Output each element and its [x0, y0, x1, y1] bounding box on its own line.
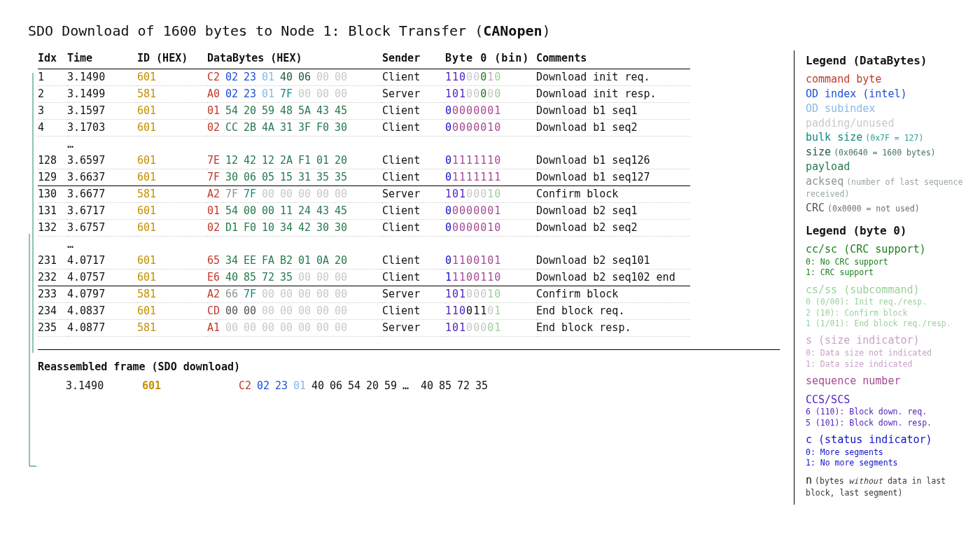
hdr-id: ID (HEX) — [137, 50, 207, 69]
legend-term: size — [806, 146, 831, 158]
bit: 1 — [487, 288, 494, 300]
byte: 54 — [225, 204, 244, 218]
byte: 02 — [207, 220, 225, 235]
cell-time: 3.6597 — [67, 153, 137, 169]
legend-entry: ackseq(number of last sequence received) — [806, 175, 966, 200]
legend-panel: Legend (DataBytes) command byteOD index … — [794, 50, 966, 505]
byte: 45 — [335, 104, 353, 118]
bit: 0 — [473, 204, 480, 217]
byte: 12 — [225, 153, 244, 168]
bit: 1 — [487, 171, 494, 183]
bit: 0 — [466, 121, 473, 134]
bit: 0 — [452, 121, 459, 134]
bit: 0 — [494, 221, 501, 234]
bit: 0 — [480, 204, 487, 217]
bit: 1 — [452, 271, 459, 284]
cell-sender: Server — [382, 320, 445, 337]
byte: D1 — [225, 220, 244, 235]
byte: 12 — [262, 153, 280, 168]
bit: 0 — [494, 88, 501, 100]
table-row: 2354.0877581A100000000000000Server101000… — [38, 320, 690, 337]
byte: 05 — [262, 170, 280, 185]
cell-comment: Download b1 seq126 — [536, 153, 690, 169]
byte: 00 — [335, 304, 353, 318]
bit: 0 — [445, 154, 452, 167]
legend-term: cs/ss (subcommand) — [806, 284, 920, 296]
bit: 0 — [452, 104, 459, 117]
byte: 42 — [244, 153, 262, 168]
bit: 0 — [466, 321, 473, 334]
byte: 20 — [244, 104, 262, 118]
legend-term: bulk size — [806, 131, 862, 144]
cell-bytes: 7F30060515313535 — [207, 169, 382, 186]
cell-sender: Server — [382, 286, 445, 303]
bit: 0 — [473, 271, 480, 284]
cell-comment: Download b2 seq2 — [536, 220, 690, 237]
bit: 1 — [480, 154, 487, 167]
cell-id: 601 — [137, 69, 207, 86]
cell-byte0: 00000010 — [445, 220, 536, 237]
cell-id: 601 — [137, 253, 207, 270]
bit: 1 — [459, 154, 466, 167]
byte: 01 — [262, 87, 280, 102]
cell-id: 601 — [137, 303, 207, 320]
section-divider — [38, 349, 780, 350]
legend-term: OD index (intel) — [806, 88, 907, 100]
byte: C2 — [207, 70, 225, 85]
table-row: 2314.07176016534EEFAB2010A20Client011001… — [38, 253, 690, 270]
cell-byte0: 00000010 — [445, 120, 536, 136]
byte: 7F — [207, 170, 225, 185]
byte: F0 — [244, 220, 262, 235]
cell-comment: Download b2 seq102 end — [536, 270, 690, 286]
table-row: 33.159760101542059485A4345Client00000001… — [38, 103, 690, 120]
bit: 0 — [480, 288, 487, 300]
hdr-byte0: Byte 0 (bin) — [445, 50, 536, 69]
byte: CC — [225, 120, 244, 135]
byte: 24 — [298, 204, 316, 218]
byte: 23 — [244, 87, 262, 102]
byte: 34 — [280, 220, 298, 235]
main-panel: Idx Time ID (HEX) DataBytes (HEX) Sender… — [28, 50, 780, 393]
cell-id: 601 — [137, 203, 207, 220]
title-pre: SDO Download of 1600 bytes to Node 1: Bl… — [28, 22, 483, 39]
byte: B2 — [280, 253, 298, 268]
legend-sub: 0: More segments — [806, 447, 966, 457]
legend-entry: s (size indicator)0: Data size not indic… — [806, 334, 966, 369]
cell-sender: Server — [382, 86, 445, 103]
cell-time: 4.0757 — [67, 270, 137, 286]
byte: C2 — [239, 379, 257, 393]
cell-byte0: 01111111 — [445, 169, 536, 186]
byte: 00 — [316, 321, 335, 335]
legend-entry: OD subindex — [806, 102, 966, 115]
byte: 00 — [316, 304, 335, 318]
byte: 02 — [257, 379, 275, 393]
reasm-time: 3.1490 — [66, 379, 136, 393]
bit: 1 — [445, 288, 452, 300]
bit: 0 — [480, 188, 487, 200]
legend-term: CRC — [806, 202, 825, 214]
reasm-bytes: C20223014006542059…40857235 — [239, 379, 493, 392]
byte: 00 — [316, 187, 335, 202]
legend-sub: 5 (101): Block down. resp. — [806, 418, 966, 428]
cell-time: 4.0877 — [67, 320, 137, 337]
byte: 15 — [280, 170, 298, 185]
legend-entry: bulk size(0x7F = 127) — [806, 131, 966, 144]
hdr-time: Time — [67, 50, 137, 69]
byte: 30 — [225, 170, 244, 185]
cell-idx: 231 — [38, 253, 67, 270]
bit: 1 — [494, 171, 501, 183]
bit: 1 — [459, 171, 466, 183]
bit: 0 — [473, 104, 480, 117]
bit: 0 — [480, 121, 487, 134]
legend-term: n — [806, 474, 812, 486]
bit: 0 — [473, 288, 480, 300]
bit: 0 — [452, 88, 459, 100]
cell-bytes: CD00000000000000 — [207, 303, 382, 320]
bit: 0 — [473, 321, 480, 334]
byte: 34 — [225, 253, 244, 268]
cell-sender: Client — [382, 69, 445, 86]
byte: 00 — [280, 304, 298, 318]
byte: A0 — [207, 87, 225, 102]
title-strong: CANopen — [483, 22, 542, 39]
byte: 20 — [366, 379, 384, 393]
